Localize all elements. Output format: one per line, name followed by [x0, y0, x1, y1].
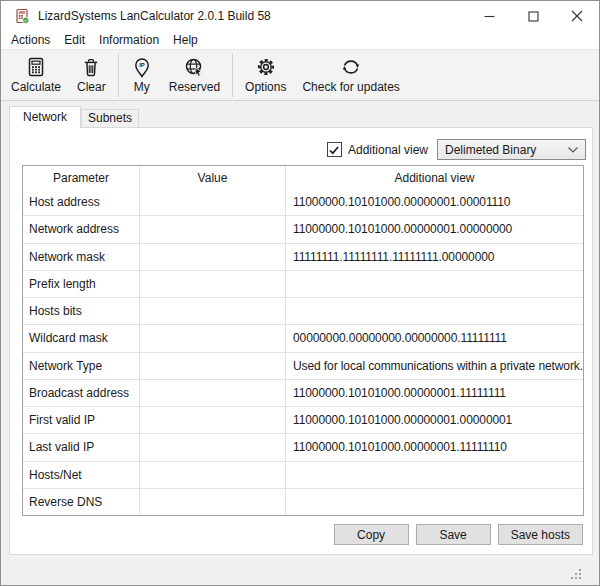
- cell-parameter: Hosts/Net: [23, 462, 140, 488]
- table-row[interactable]: Hosts/Net: [23, 461, 583, 488]
- table-row[interactable]: Host address 11000000.10101000.00000001.…: [23, 189, 583, 215]
- calculate-button[interactable]: Calculate: [3, 50, 69, 100]
- app-window: LizardSystems LanCalculator 2.0.1 Build …: [0, 0, 600, 586]
- save-button[interactable]: Save: [416, 524, 491, 545]
- globe-cursor-icon: [183, 55, 205, 79]
- view-controls-row: Additional view Delimeted Binary: [327, 139, 586, 160]
- check-updates-button[interactable]: Check for updates: [294, 50, 407, 100]
- table-row[interactable]: First valid IP 11000000.10101000.0000000…: [23, 406, 583, 433]
- table-row[interactable]: Broadcast address 11000000.10101000.0000…: [23, 379, 583, 406]
- cell-additional-view: [286, 462, 583, 488]
- reserved-label: Reserved: [169, 80, 220, 94]
- column-header-parameter: Parameter: [23, 166, 140, 189]
- cell-value: [140, 489, 286, 515]
- reserved-button[interactable]: Reserved: [161, 50, 228, 100]
- cell-additional-view: 00000000.00000000.00000000.11111111: [286, 325, 583, 351]
- maximize-button[interactable]: [511, 1, 555, 31]
- cell-value: [140, 353, 286, 379]
- cell-parameter: Host address: [23, 189, 140, 215]
- cell-value: [140, 380, 286, 406]
- table-row[interactable]: Network Type Used for local communicatio…: [23, 352, 583, 379]
- cell-additional-view: 11000000.10101000.00000001.11111111: [286, 380, 583, 406]
- table-row[interactable]: Prefix length: [23, 270, 583, 297]
- column-header-additional-view: Additional view: [286, 166, 583, 189]
- tab-subnets[interactable]: Subnets: [81, 109, 139, 128]
- toolbar-separator: [118, 53, 119, 97]
- check-updates-label: Check for updates: [302, 80, 399, 94]
- cell-value: [140, 189, 286, 215]
- cell-additional-view: [286, 271, 583, 297]
- table-row[interactable]: Network mask 11111111.11111111.11111111.…: [23, 243, 583, 270]
- cell-value: [140, 434, 286, 460]
- tab-network[interactable]: Network: [9, 106, 81, 128]
- view-format-value: Delimeted Binary: [445, 143, 568, 157]
- menubar: Actions Edit Information Help: [1, 31, 599, 49]
- table-row[interactable]: Wildcard mask 00000000.00000000.00000000…: [23, 324, 583, 351]
- cell-value: [140, 244, 286, 270]
- table-row[interactable]: Network address 11000000.10101000.000000…: [23, 215, 583, 242]
- cell-value: [140, 298, 286, 324]
- cell-additional-view: 11000000.10101000.00000001.00001110: [286, 189, 583, 215]
- menu-item-edit[interactable]: Edit: [57, 33, 92, 47]
- maximize-icon: [528, 11, 539, 22]
- cell-value: [140, 407, 286, 433]
- toolbar: Calculate Clear IP My: [1, 49, 599, 101]
- cell-parameter: First valid IP: [23, 407, 140, 433]
- footer-buttons: Copy Save Save hosts: [334, 524, 583, 545]
- cell-additional-view: 11000000.10101000.00000001.00000001: [286, 407, 583, 433]
- caption-buttons: [467, 1, 599, 31]
- cell-parameter: Prefix length: [23, 271, 140, 297]
- toolbar-separator: [232, 53, 233, 97]
- titlebar[interactable]: LizardSystems LanCalculator 2.0.1 Build …: [1, 1, 599, 31]
- options-button[interactable]: Options: [237, 50, 294, 100]
- window-title: LizardSystems LanCalculator 2.0.1 Build …: [38, 9, 271, 23]
- parameters-table: Parameter Value Additional view Host add…: [22, 165, 584, 516]
- menu-item-help[interactable]: Help: [166, 33, 205, 47]
- cell-additional-view: 11000000.10101000.00000001.00000000: [286, 216, 583, 242]
- cell-value: [140, 325, 286, 351]
- cell-value: [140, 216, 286, 242]
- resize-grip[interactable]: [571, 569, 582, 580]
- cell-parameter: Reverse DNS: [23, 489, 140, 515]
- check-icon: [328, 144, 340, 156]
- cell-value: [140, 462, 286, 488]
- clear-label: Clear: [77, 80, 106, 94]
- view-format-select[interactable]: Delimeted Binary: [437, 139, 586, 160]
- refresh-icon: [340, 55, 362, 79]
- minimize-icon: [484, 11, 495, 22]
- calculator-icon: [25, 55, 47, 79]
- cell-parameter: Last valid IP: [23, 434, 140, 460]
- calculate-label: Calculate: [11, 80, 61, 94]
- cell-parameter: Network mask: [23, 244, 140, 270]
- additional-view-label[interactable]: Additional view: [348, 143, 428, 157]
- cell-parameter: Network address: [23, 216, 140, 242]
- my-ip-button[interactable]: IP My: [123, 50, 161, 100]
- cell-parameter: Network Type: [23, 353, 140, 379]
- table-body: Host address 11000000.10101000.00000001.…: [23, 189, 583, 515]
- table-row[interactable]: Last valid IP 11000000.10101000.00000001…: [23, 433, 583, 460]
- gear-icon: [255, 55, 277, 79]
- minimize-button[interactable]: [467, 1, 511, 31]
- column-header-value: Value: [140, 166, 286, 189]
- my-ip-label: My: [134, 80, 150, 94]
- cell-parameter: Wildcard mask: [23, 325, 140, 351]
- cell-additional-view: [286, 489, 583, 515]
- clear-button[interactable]: Clear: [69, 50, 114, 100]
- network-tab-panel: Additional view Delimeted Binary Paramet…: [9, 127, 593, 555]
- options-label: Options: [245, 80, 286, 94]
- cell-additional-view: 11000000.10101000.00000001.11111110: [286, 434, 583, 460]
- additional-view-checkbox[interactable]: [327, 142, 342, 157]
- menu-item-information[interactable]: Information: [92, 33, 166, 47]
- save-hosts-button[interactable]: Save hosts: [498, 524, 583, 545]
- calculator-app-icon: [14, 8, 30, 24]
- table-header-row: Parameter Value Additional view: [23, 166, 583, 189]
- svg-text:IP: IP: [139, 62, 145, 68]
- close-button[interactable]: [555, 1, 599, 31]
- menu-item-actions[interactable]: Actions: [4, 33, 57, 47]
- table-row[interactable]: Hosts bits: [23, 297, 583, 324]
- table-row[interactable]: Reverse DNS: [23, 488, 583, 515]
- cell-parameter: Broadcast address: [23, 380, 140, 406]
- cell-value: [140, 271, 286, 297]
- copy-button[interactable]: Copy: [334, 524, 409, 545]
- cell-additional-view: 11111111.11111111.11111111.00000000: [286, 244, 583, 270]
